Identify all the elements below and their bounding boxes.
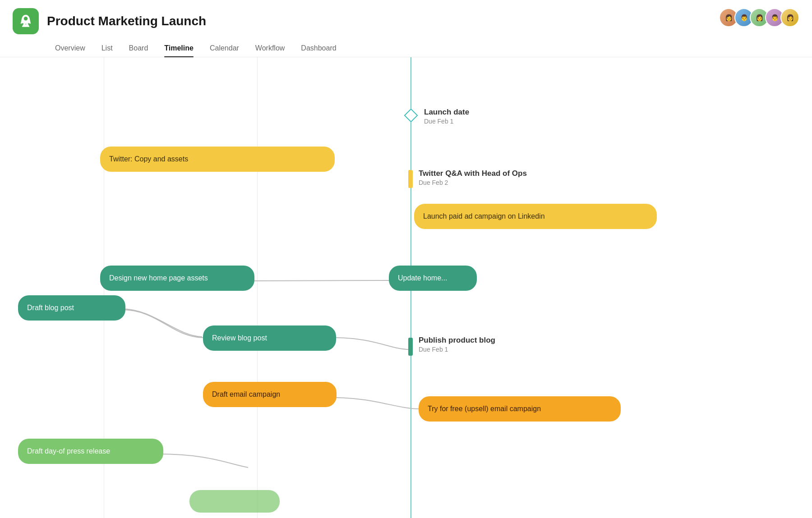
timeline-area: Twitter: Copy and assets Design new home… [0,57,812,518]
avatar: 👩 [780,8,799,27]
avatar-group: 👩 👨 👩 👨 👩 [723,8,799,27]
milestone-launch-date-label: Launch date Due Feb 1 [424,108,469,125]
tab-dashboard[interactable]: Dashboard [293,41,344,57]
task-draft-email[interactable]: Draft email campaign [203,382,337,407]
task-launch-linkedin[interactable]: Launch paid ad campaign on Linkedin [414,204,657,229]
app-icon [13,8,39,34]
tab-board[interactable]: Board [121,41,157,57]
milestone-publish-blog-rect [408,338,413,356]
task-update-home[interactable]: Update home... [389,266,477,291]
milestone-publish-blog-label: Publish product blog Due Feb 1 [419,336,495,353]
tab-list[interactable]: List [93,41,121,57]
task-continuation[interactable] [189,490,280,513]
tab-timeline[interactable]: Timeline [156,41,202,57]
task-design-home[interactable]: Design new home page assets [100,266,254,291]
tab-calendar[interactable]: Calendar [202,41,247,57]
task-draft-blog[interactable]: Draft blog post [18,295,125,321]
milestone-launch-date-diamond [404,108,418,122]
grid-line [257,57,258,518]
task-draft-press[interactable]: Draft day-of press release [18,439,163,464]
milestone-twitter-qa-rect [408,170,413,188]
task-review-blog[interactable]: Review blog post [203,325,336,351]
tab-workflow[interactable]: Workflow [247,41,293,57]
task-try-free[interactable]: Try for free (upsell) email campaign [419,396,621,422]
nav-tabs: Overview List Board Timeline Calendar Wo… [0,36,812,57]
header: Product Marketing Launch 👩 👨 👩 👨 👩 [0,0,812,34]
task-twitter-copy[interactable]: Twitter: Copy and assets [100,147,335,172]
tab-overview[interactable]: Overview [47,41,93,57]
app-title: Product Marketing Launch [47,14,206,28]
milestone-twitter-qa-label: Twitter Q&A with Head of Ops Due Feb 2 [419,169,527,186]
